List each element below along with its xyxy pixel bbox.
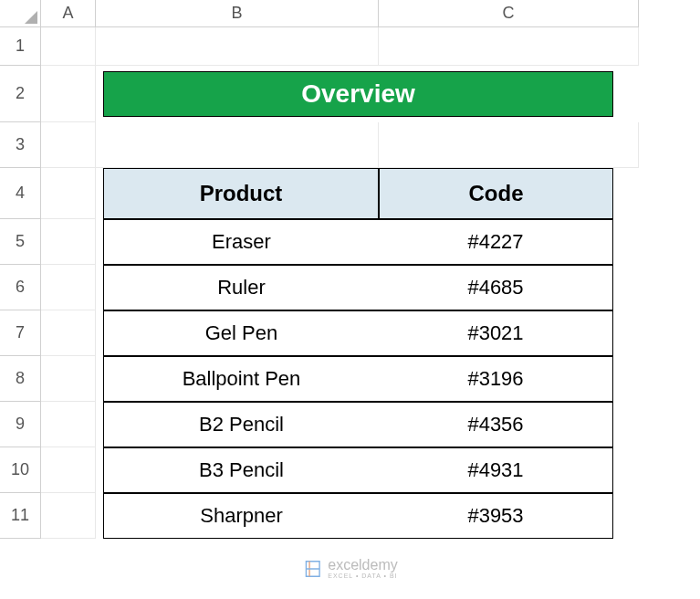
- cell-a9[interactable]: [41, 402, 96, 447]
- watermark-text-block: exceldemy EXCEL • DATA • BI: [328, 558, 397, 579]
- cell-a7[interactable]: [41, 310, 96, 356]
- col-header-a[interactable]: A: [41, 0, 96, 27]
- row-header-4[interactable]: 4: [0, 168, 41, 219]
- table-cell-code-1[interactable]: #4685: [379, 265, 613, 310]
- cell-a11[interactable]: [41, 493, 96, 539]
- cell-b1[interactable]: [96, 27, 379, 66]
- watermark-subtext: EXCEL • DATA • BI: [328, 573, 397, 579]
- table-cell-product-2[interactable]: Gel Pen: [103, 310, 379, 356]
- table-cell-code-3[interactable]: #3196: [379, 356, 613, 402]
- table-cell-code-4[interactable]: #4356: [379, 402, 613, 447]
- watermark-logo-icon: [302, 559, 322, 579]
- row-header-11[interactable]: 11: [0, 493, 41, 539]
- table-cell-code-6[interactable]: #3953: [379, 493, 613, 539]
- cell-c1[interactable]: [379, 27, 639, 66]
- table-cell-product-5[interactable]: B3 Pencil: [103, 447, 379, 493]
- cell-a6[interactable]: [41, 265, 96, 310]
- cell-a1[interactable]: [41, 27, 96, 66]
- table-cell-product-6[interactable]: Sharpner: [103, 493, 379, 539]
- select-all-corner[interactable]: [0, 0, 41, 27]
- table-cell-product-1[interactable]: Ruler: [103, 265, 379, 310]
- table-header-code[interactable]: Code: [379, 168, 613, 219]
- table-cell-code-5[interactable]: #4931: [379, 447, 613, 493]
- row-header-2[interactable]: 2: [0, 66, 41, 122]
- cell-a8[interactable]: [41, 356, 96, 402]
- table-cell-code-0[interactable]: #4227: [379, 219, 613, 265]
- cell-b3[interactable]: [96, 122, 379, 168]
- table-cell-code-2[interactable]: #3021: [379, 310, 613, 356]
- row-header-8[interactable]: 8: [0, 356, 41, 402]
- cell-a5[interactable]: [41, 219, 96, 265]
- table-cell-product-3[interactable]: Ballpoint Pen: [103, 356, 379, 402]
- cell-a3[interactable]: [41, 122, 96, 168]
- table-cell-product-4[interactable]: B2 Pencil: [103, 402, 379, 447]
- table-cell-product-0[interactable]: Eraser: [103, 219, 379, 265]
- row-header-7[interactable]: 7: [0, 310, 41, 356]
- row-header-9[interactable]: 9: [0, 402, 41, 447]
- watermark-text: exceldemy: [328, 558, 397, 573]
- col-header-b[interactable]: B: [96, 0, 379, 27]
- cell-a2[interactable]: [41, 66, 96, 122]
- row-header-10[interactable]: 10: [0, 447, 41, 493]
- row-header-3[interactable]: 3: [0, 122, 41, 168]
- row-header-1[interactable]: 1: [0, 27, 41, 66]
- col-header-c[interactable]: C: [379, 0, 639, 27]
- table-header-product[interactable]: Product: [103, 168, 379, 219]
- spreadsheet-grid: A B C 1 2 Overview 3 4 Product Code 5 Er…: [0, 0, 700, 539]
- watermark: exceldemy EXCEL • DATA • BI: [302, 558, 397, 579]
- cell-a4[interactable]: [41, 168, 96, 219]
- cell-a10[interactable]: [41, 447, 96, 493]
- row-header-5[interactable]: 5: [0, 219, 41, 265]
- title-banner[interactable]: Overview: [103, 71, 613, 117]
- row-header-6[interactable]: 6: [0, 265, 41, 310]
- cell-c3[interactable]: [379, 122, 639, 168]
